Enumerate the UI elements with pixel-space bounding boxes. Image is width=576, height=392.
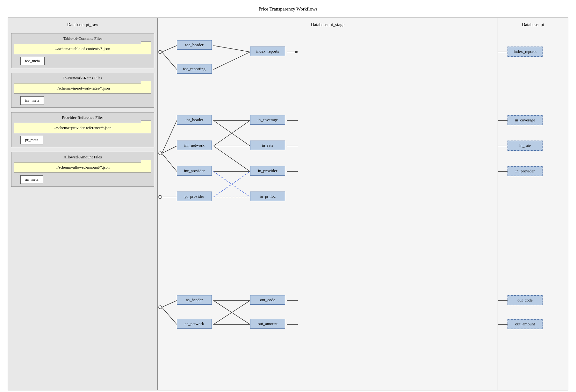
section-aa: Allowed-Amount Files ../schema=allowed-a… xyxy=(11,152,154,187)
toc-file-node: ../schema=table-of-contents/*.json xyxy=(14,44,151,54)
svg-line-1 xyxy=(162,46,177,52)
diagram-container: Database: pt_raw Table-of-Contents Files… xyxy=(8,18,568,390)
section-toc: Table-of-Contents Files ../schema=table-… xyxy=(11,33,154,68)
inr-meta-node: inr_meta xyxy=(20,96,44,105)
svg-point-10 xyxy=(159,195,162,199)
section-aa-title: Allowed-Amount Files xyxy=(14,155,151,160)
svg-line-7 xyxy=(162,120,177,153)
svg-line-13 xyxy=(213,120,250,146)
svg-point-24 xyxy=(159,306,162,309)
svg-line-4 xyxy=(213,52,250,69)
node-in-coverage-out: in_coverage xyxy=(508,115,543,125)
node-out-code-out: out_code xyxy=(508,295,543,305)
aa-file-node: ../schema=allowed-amount/*.json xyxy=(14,162,151,173)
col-right-header: Database: pt xyxy=(501,21,565,30)
svg-line-2 xyxy=(162,52,177,69)
svg-line-25 xyxy=(162,301,177,307)
svg-line-20 xyxy=(213,171,250,197)
node-in-provider-out: in_provider xyxy=(508,166,543,176)
mid-connections-svg xyxy=(158,18,498,390)
node-toc-header: toc_header xyxy=(177,40,212,50)
svg-line-18 xyxy=(213,171,250,197)
node-inr-provider: inr_provider xyxy=(177,166,212,176)
aa-meta-node: aa_meta xyxy=(20,175,43,184)
svg-point-6 xyxy=(159,152,162,155)
svg-line-16 xyxy=(213,146,250,171)
pr-file-node: ../schema=provider-reference/*.json xyxy=(14,123,151,133)
node-in-rate: in_rate xyxy=(250,141,285,150)
svg-line-3 xyxy=(213,46,250,52)
svg-line-8 xyxy=(162,146,177,153)
node-out-amount-mid: out_amount xyxy=(250,319,285,329)
node-in-pr-loc: in_pr_loc xyxy=(250,192,285,201)
node-aa-header: aa_header xyxy=(177,295,212,305)
svg-point-0 xyxy=(159,50,162,54)
node-aa-network: aa_network xyxy=(177,319,212,329)
node-out-amount-out: out_amount xyxy=(508,319,543,329)
page-title: Price Transparency Workflows xyxy=(258,6,317,12)
pr-meta-node: pr_meta xyxy=(20,136,43,144)
toc-meta-node: toc_meta xyxy=(20,57,45,65)
svg-line-28 xyxy=(213,301,250,324)
section-pr-title: Provider-Reference Files xyxy=(14,115,151,120)
inr-file-node: ../schema=in-network-rates/*.json xyxy=(14,83,151,94)
node-inr-header: inr_header xyxy=(177,115,212,125)
svg-line-26 xyxy=(162,307,177,324)
node-pr-provider: pr_provider xyxy=(177,192,212,201)
node-inr-network: inr_network xyxy=(177,141,212,150)
node-index-reports-mid: index_reports xyxy=(250,47,285,56)
right-connections-svg xyxy=(498,18,568,390)
section-toc-title: Table-of-Contents Files xyxy=(14,36,151,41)
col-left-header: Database: pt_raw xyxy=(11,21,154,30)
svg-line-9 xyxy=(162,153,177,171)
node-toc-reporting: toc_reporting xyxy=(177,64,212,74)
section-inr-title: In-Network-Rates Files xyxy=(14,76,151,81)
col-mid-header: Database: pt_stage xyxy=(161,21,494,30)
node-index-reports-out: index_reports xyxy=(508,47,543,57)
node-in-provider: in_provider xyxy=(250,166,285,176)
col-right: Database: pt index_reports in_coverage i… xyxy=(498,18,568,390)
section-pr: Provider-Reference Files ../schema=provi… xyxy=(11,112,154,147)
col-left: Database: pt_raw Table-of-Contents Files… xyxy=(8,18,158,390)
node-out-code-mid: out_code xyxy=(250,295,285,305)
col-mid: Database: pt_stage toc_header toc_report… xyxy=(158,18,498,390)
svg-line-29 xyxy=(213,301,250,324)
section-inr: In-Network-Rates Files ../schema=in-netw… xyxy=(11,73,154,108)
svg-line-14 xyxy=(213,120,250,146)
node-in-coverage: in_coverage xyxy=(250,115,285,125)
node-in-rate-out: in_rate xyxy=(508,141,543,151)
